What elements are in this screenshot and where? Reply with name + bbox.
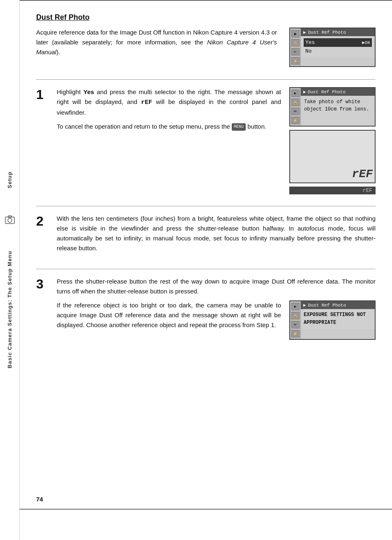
sidebar-icon [3,213,16,226]
svg-rect-2 [8,216,12,217]
sidebar-label-setup: Setup [7,171,13,188]
camera-screen-1: ▶ 🔒 ✏ ⚡ ▶ Dust Ref Photo Yes ▶OK No [289,28,376,67]
screen1-ok: ▶OK [362,40,370,45]
screen3-text: EXPOSURE SETTINGS NOT APPROPRIATE [304,311,372,327]
step1-number: 1 [36,88,48,101]
icon-lock-3: 🔒 [291,312,300,319]
step3-section: 3 Press the shutter-release button the r… [36,277,376,340]
step1-section: 1 Highlight Yes and press the multi sele… [36,87,376,194]
icon-play-3: ▶ [291,303,300,310]
icon-lock-2: 🔒 [291,99,300,106]
camera-screen-3: ▶ 🔒 ✏ ⚡ ▶ Dust Ref Photo EXPOSURE SETTIN… [289,300,376,340]
screen1-row-yes: Yes ▶OK [304,38,372,47]
step2-section: 2 With the lens ten centimeters (four in… [36,214,376,257]
screen2-body: Take photo of white object 10cm from len… [301,96,375,125]
intro-text: Acquire reference data for the Image Dus… [36,28,277,57]
icon-pencil: ✏ [291,48,300,55]
divider-2 [36,206,376,206]
icon-play-2: ▶ [291,90,300,97]
step3-para2: If the reference object is too bright or… [57,300,281,330]
screen2-header: ▶ Dust Ref Photo [301,88,375,96]
screen3-play: ▶ [303,302,306,308]
step1-code: rEF [141,99,152,106]
step1-camera-display: ▶ 🔒 ✏ ⚡ ▶ Dust Ref Photo Take photo of w… [289,87,376,194]
menu-button: MENU [232,123,246,131]
screen3-content: ▶ Dust Ref Photo EXPOSURE SETTINGS NOT A… [301,301,375,339]
icon-flash-2: ⚡ [291,117,300,124]
screen2-main: ▶ Dust Ref Photo Take photo of white obj… [301,88,375,126]
screen2-text: Take photo of white object 10cm from len… [304,99,369,112]
camera-left-icons-1: ▶ 🔒 ✏ ⚡ [290,28,301,66]
viewfinder: rEF [289,130,376,183]
sidebar-label-menu: Basic Camera Settings: The Setup Menu [7,251,13,368]
divider-3 [36,269,376,269]
step3-para1: Press the shutter-release button the res… [57,277,376,296]
step3-with-image: If the reference object is too bright or… [57,300,376,340]
svg-point-1 [8,218,12,222]
step3-text2-block: If the reference object is too bright or… [57,300,281,334]
screen3-icons: ▶ 🔒 ✏ ⚡ [290,301,301,339]
screen1-body: Yes ▶OK No [301,36,375,58]
intro-text2: ). [56,48,60,55]
icon-lock: 🔒 [291,39,300,46]
camera-screen1-content: ▶ Dust Ref Photo Yes ▶OK No [301,28,375,66]
main-content: Dust Ref Photo Acquire reference data fo… [20,0,392,510]
icon-pencil-3: ✏ [291,321,300,328]
sidebar: Setup Basic Camera Settings: The Setup M… [0,0,20,540]
screen3-title: ▶ Dust Ref Photo [301,301,375,309]
icon-play: ▶ [291,30,300,37]
step1-with-image: Highlight Yes and press the multi select… [57,87,376,194]
intro-section: Acquire reference data for the Image Dus… [36,28,376,67]
step2-number: 2 [36,215,48,228]
step2-content: With the lens ten centimeters (four inch… [57,214,376,257]
page-number: 74 [36,496,43,503]
page-title: Dust Ref Photo [36,13,376,22]
screen3-body: EXPOSURE SETTINGS NOT APPROPRIATE [301,309,375,329]
screen2-sidebar: ▶ 🔒 ✏ ⚡ [290,88,301,126]
screen1-title: ▶ Dust Ref Photo [301,28,375,36]
icon-pencil-2: ✏ [291,108,300,115]
step3-number: 3 [36,277,48,291]
step1-para2: To cancel the operation and return to th… [57,122,281,132]
step3-content: Press the shutter-release button the res… [57,277,376,340]
divider-1 [36,79,376,80]
step1-bold: Yes [83,88,94,95]
screen2-play: ▶ [303,89,306,95]
step1-text: Highlight Yes and press the multi select… [57,87,281,136]
camera-screen-2: ▶ 🔒 ✏ ⚡ ▶ Dust Ref Photo Take photo of w… [289,87,376,127]
icon-flash-3: ⚡ [291,330,300,337]
screen2-title: Dust Ref Photo [308,90,346,95]
viewfinder-ref: rEF [352,168,373,180]
screen1-row-no: No [304,47,372,55]
screen1-play-icon: ▶ [303,30,306,35]
step1-para1: Highlight Yes and press the multi select… [57,87,281,118]
icon-flash: ⚡ [291,57,300,65]
viewfinder-bottom: rEF [289,187,376,194]
step2-text: With the lens ten centimeters (four inch… [57,214,376,253]
